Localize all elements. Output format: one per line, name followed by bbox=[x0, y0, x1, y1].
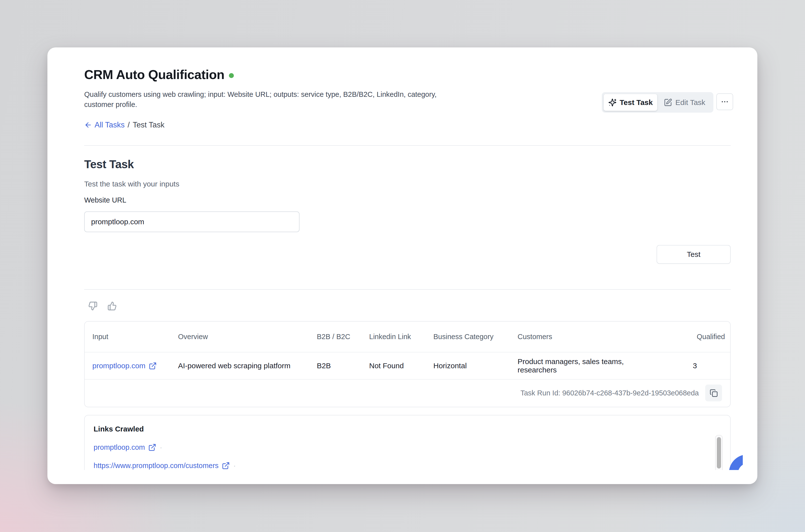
status-dot bbox=[229, 73, 234, 78]
crawled-link[interactable]: promptloop.com bbox=[94, 443, 156, 452]
col-header-category: Business Category bbox=[426, 322, 510, 353]
section-title: Test Task bbox=[84, 157, 134, 171]
test-task-tab[interactable]: Test Task bbox=[603, 94, 657, 111]
crawled-link-label: promptloop.com bbox=[94, 443, 145, 452]
link-bullet: · bbox=[233, 461, 236, 470]
table-row-category-cell: Horizontal bbox=[426, 353, 510, 380]
table-row-b2b-cell: B2B bbox=[309, 353, 362, 380]
test-button[interactable]: Test bbox=[657, 245, 731, 264]
header-actions: Test Task Edit Task bbox=[602, 92, 713, 113]
ellipsis-icon bbox=[721, 98, 729, 106]
links-crawled-card: Links Crawled promptloop.com · https://w… bbox=[84, 415, 731, 470]
floating-widget-logo[interactable] bbox=[729, 454, 743, 470]
col-header-b2b: B2B / B2C bbox=[309, 322, 362, 353]
task-description: Qualify customers using web crawling; in… bbox=[84, 90, 445, 110]
results-divider bbox=[84, 289, 731, 290]
thumbs-down-icon bbox=[88, 301, 98, 311]
task-run-id: Task Run Id: 96026b74-c268-437b-9e2d-195… bbox=[520, 389, 699, 397]
link-bullet: · bbox=[160, 443, 162, 452]
result-input-link[interactable]: promptloop.com bbox=[92, 362, 157, 370]
result-input-link-label: promptloop.com bbox=[92, 362, 146, 370]
thumbs-up-button[interactable] bbox=[106, 300, 118, 312]
results-table: Input Overview B2B / B2C Linkedin Link B… bbox=[84, 321, 731, 407]
thumbs-up-icon bbox=[108, 301, 117, 311]
more-options-button[interactable] bbox=[716, 93, 733, 110]
crawled-link[interactable]: https://www.promptloop.com/customers bbox=[94, 462, 230, 470]
table-row-qualified-cell: 3 bbox=[659, 353, 730, 380]
breadcrumb-separator: / bbox=[128, 120, 130, 129]
square-pen-icon bbox=[664, 98, 672, 107]
breadcrumb-back-label: All Tasks bbox=[95, 120, 125, 129]
results-grid: Input Overview B2B / B2C Linkedin Link B… bbox=[85, 322, 730, 406]
list-item: https://www.promptloop.com/customers · bbox=[94, 461, 721, 470]
external-link-icon bbox=[222, 462, 230, 470]
copy-task-run-id-button[interactable] bbox=[705, 384, 722, 401]
external-link-icon bbox=[148, 443, 156, 452]
website-url-label: Website URL bbox=[84, 196, 126, 204]
page-title: CRM Auto Qualification bbox=[84, 67, 225, 82]
breadcrumb-current: Test Task bbox=[133, 120, 165, 129]
crawled-link-label: https://www.promptloop.com/customers bbox=[94, 462, 218, 470]
sparkles-icon bbox=[608, 98, 617, 107]
col-header-overview: Overview bbox=[170, 322, 309, 353]
task-mode-toggle: Test Task Edit Task bbox=[602, 92, 713, 113]
thumbs-down-button[interactable] bbox=[87, 300, 99, 312]
feedback-controls bbox=[87, 300, 118, 312]
table-footer: Task Run Id: 96026b74-c268-437b-9e2d-195… bbox=[85, 380, 730, 406]
links-scrollbar[interactable] bbox=[715, 435, 723, 470]
external-link-icon bbox=[149, 362, 157, 370]
main-content-area: CRM Auto Qualification Qualify customers… bbox=[47, 48, 743, 470]
col-header-linkedin: Linkedin Link bbox=[362, 322, 426, 353]
copy-icon bbox=[710, 389, 718, 397]
table-row-linkedin-cell: Not Found bbox=[362, 353, 426, 380]
edit-task-tab-label: Edit Task bbox=[675, 98, 705, 107]
table-row-customers-cell: Product managers, sales teams, researche… bbox=[510, 353, 659, 380]
col-header-customers: Customers bbox=[510, 322, 659, 353]
edit-task-tab[interactable]: Edit Task bbox=[657, 94, 712, 111]
floating-widget-logo-hole bbox=[738, 463, 743, 470]
breadcrumb-all-tasks-link[interactable]: All Tasks bbox=[84, 120, 125, 129]
table-row-overview-cell: AI-powered web scraping platform bbox=[170, 353, 309, 380]
header-divider bbox=[84, 145, 731, 146]
breadcrumb: All Tasks / Test Task bbox=[84, 120, 165, 129]
app-window: CRM Auto Qualification Qualify customers… bbox=[47, 48, 758, 484]
arrow-left-icon bbox=[84, 121, 92, 129]
list-item: promptloop.com · bbox=[94, 443, 721, 452]
links-crawled-heading: Links Crawled bbox=[94, 425, 721, 433]
col-header-input: Input bbox=[85, 322, 170, 353]
page-header: CRM Auto Qualification bbox=[84, 67, 234, 82]
col-header-qualified: Qualified bbox=[659, 322, 730, 353]
section-subtitle: Test the task with your inputs bbox=[84, 180, 179, 188]
website-url-input[interactable] bbox=[84, 211, 300, 232]
test-task-tab-label: Test Task bbox=[620, 98, 653, 107]
table-row-input-cell: promptloop.com bbox=[85, 353, 170, 380]
links-scrollbar-thumb[interactable] bbox=[717, 437, 721, 469]
